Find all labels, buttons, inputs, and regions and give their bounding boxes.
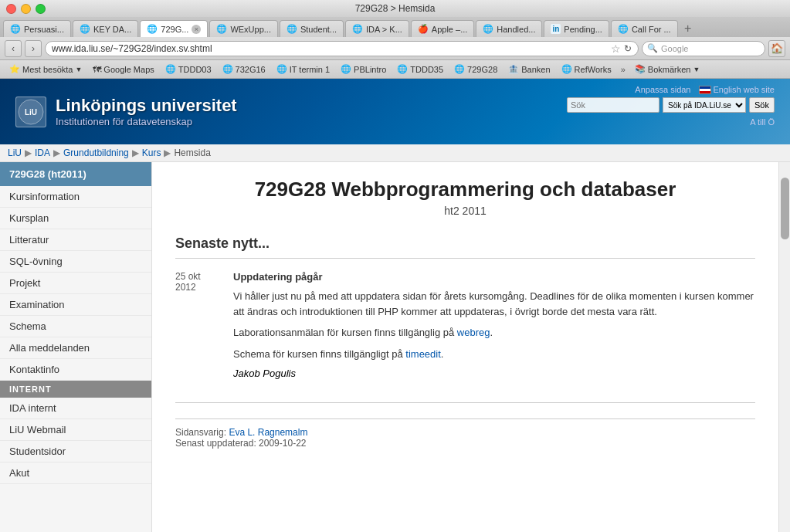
tab-label: KEY DA...: [93, 25, 131, 34]
bookmark-label: Banken: [521, 65, 550, 74]
sidebar-item-sqlovning[interactable]: SQL-övning: [0, 251, 151, 273]
minimize-button[interactable]: [21, 4, 31, 14]
tab-729g[interactable]: 🌐 729G... ×: [140, 20, 208, 37]
close-button[interactable]: [6, 4, 16, 14]
forward-button[interactable]: ›: [25, 40, 42, 57]
tab-keyda[interactable]: 🌐 KEY DA...: [73, 20, 138, 37]
sidebar-item-studentsidor[interactable]: Studentsidor: [0, 441, 151, 463]
timeedit-link[interactable]: timeedit: [405, 348, 441, 360]
sidebar-item-kontaktinfo[interactable]: Kontaktinfo: [0, 359, 151, 381]
bookmark-googlemaps[interactable]: 🗺 Google Maps: [88, 63, 158, 76]
refresh-icon[interactable]: ↻: [624, 43, 632, 54]
footer-divider: [175, 402, 755, 403]
english-link[interactable]: English web site: [699, 85, 775, 94]
bookmark-icon: 🌐: [276, 64, 287, 74]
breadcrumb-grundutbildning[interactable]: Grundutbildning: [63, 147, 129, 158]
bookmark-label: 732G16: [236, 65, 266, 74]
bookmark-banken[interactable]: 🏦 Banken: [503, 63, 554, 76]
back-button[interactable]: ‹: [5, 40, 22, 57]
address-bar: ‹ › www.ida.liu.se/~729G28/index.sv.shtm…: [0, 37, 790, 60]
breadcrumb-sep-1: ▶: [25, 147, 32, 158]
sidebar-item-examination[interactable]: Examination: [0, 294, 151, 316]
webreg-link[interactable]: webreg: [457, 327, 490, 338]
tab-label: Handled...: [497, 25, 535, 34]
bookmark-732g16[interactable]: 🌐 732G16: [218, 63, 270, 76]
breadcrumb-kurs[interactable]: Kurs: [142, 147, 161, 158]
university-name: Linköpings universitet: [56, 96, 237, 116]
sidebar-item-akut[interactable]: Akut: [0, 463, 151, 484]
news-date: 25 okt 2012: [175, 271, 218, 379]
bookmark-729g28[interactable]: 🌐 729G28: [449, 63, 502, 76]
bookmark-icon: 🌐: [222, 64, 233, 74]
tab-apple[interactable]: 🍎 Apple –...: [411, 20, 474, 37]
bookmark-icon: ⭐: [9, 64, 20, 74]
tab-close-icon[interactable]: ×: [192, 25, 201, 34]
news-entry: 25 okt 2012 Uppdatering pågår Vi håller …: [175, 271, 755, 379]
sidebar-item-schema[interactable]: Schema: [0, 316, 151, 337]
bookmark-label: Mest besökta: [22, 65, 73, 74]
bookmark-ittermin1[interactable]: 🌐 IT termin 1: [272, 63, 334, 76]
breadcrumb-liu[interactable]: LiU: [8, 147, 22, 158]
bookmark-bookmarks-menu[interactable]: 📚 Bokmärken ▼: [630, 63, 705, 76]
sidebar-item-litteratur[interactable]: Litteratur: [0, 229, 151, 251]
bookmark-icon: 🌐: [397, 64, 408, 74]
a-till-link[interactable]: A till Ö: [750, 117, 775, 127]
liu-search-row: Sök på IDA.LiU.se Sök: [567, 97, 775, 113]
sidebar-item-ida-internt[interactable]: IDA internt: [0, 398, 151, 419]
liu-search-button[interactable]: Sök: [749, 97, 775, 113]
search-field[interactable]: 🔍 Google: [642, 41, 765, 56]
bookmark-icon: 🌐: [341, 64, 351, 74]
bookmark-icon: 📚: [635, 64, 646, 74]
bookmark-star-icon[interactable]: ☆: [611, 42, 621, 55]
tab-label: Pending...: [564, 25, 602, 34]
sidebar-item-projekt[interactable]: Projekt: [0, 273, 151, 294]
sidebar-item-liu-webmail[interactable]: LiU Webmail: [0, 419, 151, 441]
bookmark-icon: 🏦: [508, 64, 519, 74]
breadcrumb-ida[interactable]: IDA: [35, 147, 50, 158]
tab-pending[interactable]: in Pending...: [544, 20, 609, 37]
anpassa-link[interactable]: Anpassa sidan: [635, 85, 690, 94]
liu-search-input[interactable]: [567, 97, 659, 113]
traffic-lights: [6, 4, 46, 14]
chevron-down-icon: ▼: [693, 66, 700, 73]
url-field[interactable]: www.ida.liu.se/~729G28/index.sv.shtml ☆ …: [45, 41, 639, 56]
tab-callfor[interactable]: 🌐 Call For ...: [611, 20, 678, 37]
sidebar-current-item[interactable]: 729G28 (ht2011): [0, 162, 151, 186]
page-title: 729G28 Webbprogrammering och databaser: [175, 178, 755, 202]
news-heading: Senaste nytt...: [175, 236, 755, 252]
sidebar: 729G28 (ht2011) Kursinformation Kursplan…: [0, 162, 152, 532]
sidebar-item-kursplan[interactable]: Kursplan: [0, 208, 151, 229]
bookmark-icon: 🌐: [561, 64, 572, 74]
sidebar-item-kursinformation[interactable]: Kursinformation: [0, 186, 151, 208]
bookmark-tddd35[interactable]: 🌐 TDDD35: [392, 63, 448, 76]
bookmarks-bar: ⭐ Mest besökta ▼ 🗺 Google Maps 🌐 TDDD03 …: [0, 60, 790, 79]
new-tab-button[interactable]: +: [680, 20, 697, 37]
tab-handled[interactable]: 🌐 Handled...: [476, 20, 542, 37]
news-body: Uppdatering pågår Vi håller just nu på m…: [233, 271, 755, 379]
tab-student[interactable]: 🌐 Student...: [280, 20, 344, 37]
tab-icon: 🌐: [10, 24, 21, 34]
news-headline: Uppdatering pågår: [233, 271, 755, 283]
tab-wex[interactable]: 🌐 WExUpp...: [209, 20, 278, 37]
tab-persuasi[interactable]: 🌐 Persuasi...: [3, 20, 71, 37]
tab-idak[interactable]: 🌐 IDA > K...: [345, 20, 409, 37]
scrollbar[interactable]: [778, 162, 790, 532]
scroll-thumb[interactable]: [781, 178, 789, 239]
news-paragraph-3: Schema för kursen finns tillgängligt på …: [233, 347, 755, 362]
bookmark-tddd03[interactable]: 🌐 TDDD03: [161, 63, 216, 76]
tab-label: Persuasi...: [24, 25, 64, 34]
bookmark-pblintro[interactable]: 🌐 PBLintro: [336, 63, 391, 76]
home-button[interactable]: 🏠: [768, 40, 785, 57]
sidansvarig-link[interactable]: Eva L. Ragnemalm: [229, 427, 307, 438]
tab-icon: 🌐: [287, 24, 297, 34]
tab-label: IDA > K...: [366, 25, 402, 34]
bookmark-label: TDDD03: [178, 65, 212, 74]
footer-sidansvarig: Sidansvarig: Eva L. Ragnemalm: [175, 427, 755, 438]
tab-icon: 🌐: [147, 24, 158, 34]
maximize-button[interactable]: [36, 4, 46, 14]
liu-search-select[interactable]: Sök på IDA.LiU.se: [663, 97, 746, 113]
bookmark-refworks[interactable]: 🌐 RefWorks: [557, 63, 616, 76]
bookmark-most-visited[interactable]: ⭐ Mest besökta ▼: [5, 63, 86, 76]
bookmark-label: Google Maps: [103, 65, 154, 74]
sidebar-item-alla-meddelanden[interactable]: Alla meddelanden: [0, 337, 151, 359]
